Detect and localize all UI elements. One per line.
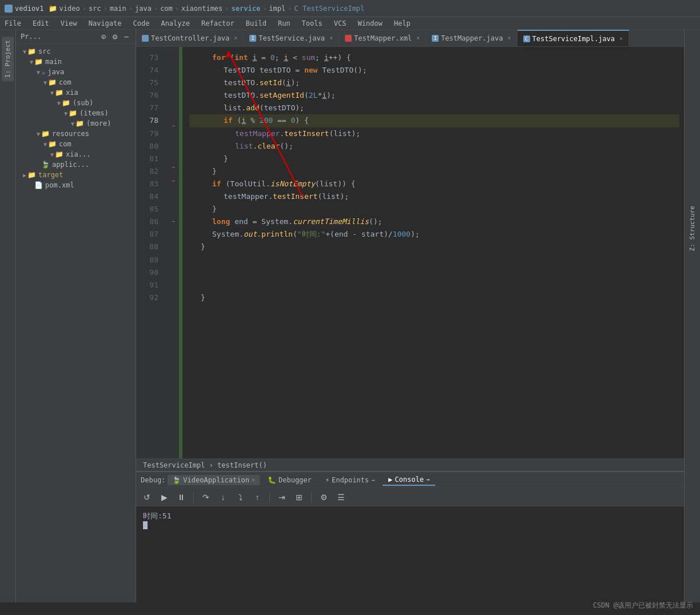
project-panel-tab[interactable]: 1: Project: [2, 37, 14, 81]
bk-79: [168, 133, 179, 147]
debug-tab-console[interactable]: ▶ Console →: [383, 474, 435, 486]
line-83: 83: [136, 178, 163, 190]
line-numbers: 73 74 75 76 77 78 79 80 81 82 83 84 85 8…: [136, 47, 168, 458]
bk-73: [168, 51, 179, 65]
code-line-82: }: [189, 165, 679, 178]
menu-run[interactable]: Run: [276, 19, 293, 27]
debugger-icon: 🐛: [268, 476, 276, 484]
menu-tools[interactable]: Tools: [300, 19, 325, 27]
line-85: 85: [136, 203, 163, 215]
tree-item-xia2[interactable]: ▼ 📁 xia...: [16, 149, 136, 159]
tab-testmapper-xml[interactable]: TestMapper.xml ×: [339, 30, 426, 47]
tree-item-sub1[interactable]: ▼ 📁 (sub): [16, 98, 136, 108]
menu-navigate[interactable]: Navigate: [86, 19, 124, 27]
tab-testservice[interactable]: I TestService.java ×: [244, 30, 339, 47]
scope-icon[interactable]: ⊙: [99, 32, 108, 41]
tab-icon-testmapper-xml: [345, 35, 352, 42]
code-line-74: TestDTO testDTO = new TestDTO();: [189, 64, 679, 77]
menu-window[interactable]: Window: [355, 19, 384, 27]
tree-item-pom[interactable]: ▶ 📄 pom.xml: [16, 180, 136, 190]
pause-button[interactable]: ⏸: [175, 491, 188, 504]
tab-testcontroller[interactable]: TestController.java ×: [136, 30, 244, 47]
toolbar-separator-1: [193, 492, 194, 502]
menu-file[interactable]: File: [2, 19, 23, 27]
tab-testserviceimpl[interactable]: C TestServiceImpl.java ×: [518, 30, 630, 47]
console-cursor: [143, 521, 148, 529]
restart-button[interactable]: ↺: [141, 491, 153, 504]
breadcrumb-bar: vediov1 📁 video › src › main › java › co…: [0, 0, 700, 17]
line-75: 75: [136, 77, 163, 89]
side-panel: 1: Project: [0, 30, 16, 602]
project-label: Pr...: [21, 33, 97, 41]
code-line-81: }: [189, 153, 679, 165]
tab-icon-testcontroller: [142, 35, 149, 42]
settings-icon[interactable]: ⚙: [110, 32, 120, 41]
line-89: 89: [136, 254, 163, 266]
tree-item-main[interactable]: ▼ 📁 main: [16, 57, 136, 67]
tree-item-applic[interactable]: ▼ 🍃 applic...: [16, 159, 136, 170]
tree-item-resources[interactable]: ▼ 📁 resources: [16, 129, 136, 139]
tree-item-com2[interactable]: ▼ 📁 com: [16, 139, 136, 149]
close-testmapper-xml[interactable]: ×: [416, 35, 420, 41]
menu-help[interactable]: Help: [392, 19, 413, 27]
close-testserviceimpl[interactable]: ×: [619, 35, 623, 42]
close-testservice[interactable]: ×: [329, 35, 333, 41]
bk-77: [168, 106, 179, 119]
bk-88: [168, 255, 179, 269]
eval-button[interactable]: ⊞: [293, 491, 305, 504]
debug-app-close[interactable]: ×: [252, 477, 255, 483]
tree-item-src[interactable]: ▼ 📁 src: [16, 46, 136, 57]
run-cursor-button[interactable]: ⇥: [276, 491, 288, 504]
line-76: 76: [136, 89, 163, 102]
resume-button[interactable]: ▶: [158, 491, 170, 504]
console-arrow: →: [426, 476, 429, 482]
menu-vcs[interactable]: VCS: [332, 19, 349, 27]
code-line-86: long end = System.currentTimeMillis();: [189, 215, 679, 228]
tree-content: ▼ 📁 src ▼ 📁 main ▼ ☕ java ▼ 📁 com: [16, 44, 136, 602]
layout-button[interactable]: ☰: [335, 491, 347, 504]
structure-tab[interactable]: Z: Structure: [686, 201, 698, 255]
menu-edit[interactable]: Edit: [30, 19, 51, 27]
debug-app[interactable]: 🍃 VideoApplication ×: [168, 475, 260, 485]
menu-code[interactable]: Code: [131, 19, 152, 27]
bk-90: [168, 283, 179, 297]
step-over-button[interactable]: ↷: [200, 491, 212, 504]
menu-refactor[interactable]: Refactor: [199, 19, 237, 27]
tree-item-com[interactable]: ▼ 📁 com: [16, 77, 136, 87]
debug-tab-debugger[interactable]: 🐛 Debugger: [262, 475, 317, 485]
close-testcontroller[interactable]: ×: [234, 35, 237, 41]
debug-toolbar: ↺ ▶ ⏸ ↷ ↓ ⤵ ↑ ⇥ ⊞ ⚙ ☰: [136, 488, 684, 506]
bk-78: −: [168, 119, 179, 133]
tree-item-java[interactable]: ▼ ☕ java: [16, 67, 136, 77]
menu-analyze[interactable]: Analyze: [158, 19, 192, 27]
code-content[interactable]: for (int i = 0; i < sum; i++) { TestDTO …: [182, 47, 684, 458]
tree-item-target[interactable]: ▶ 📁 target: [16, 170, 136, 180]
tree-item-sub3[interactable]: ▼ 📁 (more): [16, 118, 136, 129]
bookmark-gutter: − − − −: [168, 47, 179, 458]
step-out-button[interactable]: ↑: [251, 491, 264, 504]
menu-view[interactable]: View: [58, 19, 79, 27]
debug-tab-endpoints[interactable]: ⚡ Endpoints →: [320, 475, 380, 485]
code-line-73: for (int i = 0; i < sum; i++) {: [189, 51, 679, 64]
breadcrumb-status: TestServiceImpl › testInsert(): [143, 461, 267, 469]
line-82: 82: [136, 165, 163, 178]
tree-item-sub2[interactable]: ▼ 📁 (items): [16, 108, 136, 118]
debug-app-name: VideoApplication: [183, 476, 249, 484]
bk-86: [168, 228, 179, 242]
code-line-89: [189, 254, 679, 266]
bk-76: [168, 92, 179, 106]
close-testmapper-java[interactable]: ×: [508, 35, 511, 41]
minimize-icon[interactable]: −: [122, 32, 131, 41]
menu-bar: File Edit View Navigate Code Analyze Ref…: [0, 17, 700, 30]
tree-item-xia[interactable]: ▼ 📁 xia: [16, 87, 136, 98]
code-line-87: System.out.println("时间:"+(end - start)/1…: [189, 228, 679, 241]
bk-75: [168, 79, 179, 93]
settings-button[interactable]: ⚙: [317, 491, 330, 504]
step-into-button[interactable]: ↓: [217, 491, 229, 504]
menu-build[interactable]: Build: [244, 19, 269, 27]
line-77: 77: [136, 102, 163, 114]
line-91: 91: [136, 279, 163, 291]
step-into-my-button[interactable]: ⤵: [234, 491, 246, 504]
debug-app-icon: 🍃: [172, 476, 181, 484]
tab-testmapper-java[interactable]: I TestMapper.java ×: [426, 30, 517, 47]
